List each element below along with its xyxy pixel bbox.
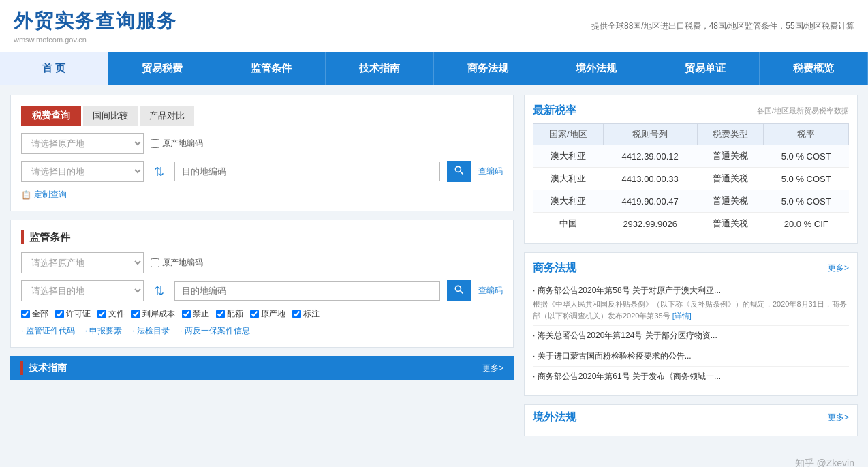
commerce-law-item: · 商务部公告2020年第58号 关于对原产于澳大利亚...根据《中华人民共和国… bbox=[533, 281, 849, 326]
tech-guide-more[interactable]: 更多> bbox=[482, 363, 503, 374]
tax-origin-code-checkbox[interactable] bbox=[151, 139, 159, 148]
divider-icon: ⇅ bbox=[154, 164, 164, 179]
rate-country: 澳大利亚 bbox=[533, 168, 604, 190]
rate-table-row[interactable]: 澳大利亚 4412.39.00.12 普通关税 5.0 % COST bbox=[533, 145, 849, 168]
link-cert-code[interactable]: · 监管证件代码 bbox=[21, 325, 75, 337]
tab-country-compare[interactable]: 国间比较 bbox=[83, 106, 138, 126]
rate-table: 国家/地区 税则号列 税费类型 税率 澳大利亚 4412.39.00.12 普通… bbox=[533, 123, 849, 235]
commerce-law-section: 商务法规 更多> · 商务部公告2020年第58号 关于对原产于澳大利亚...根… bbox=[524, 252, 858, 396]
rate-code: 4413.00.00.33 bbox=[603, 168, 697, 190]
sup-origin-row: 请选择原产地 原产地编码 bbox=[21, 252, 503, 273]
tax-dest-code-input[interactable] bbox=[174, 162, 440, 181]
tax-dest-row: 请选择目的地 ⇅ 查编码 bbox=[21, 161, 503, 182]
news-item-title[interactable]: · 商务部公告2020年第61号 关于发布《商务领域一... bbox=[533, 371, 849, 382]
tab-product-compare[interactable]: 产品对比 bbox=[140, 106, 194, 126]
cb-mark[interactable]: 标注 bbox=[292, 308, 320, 320]
link-anti-dumping[interactable]: · 两反一保案件信息 bbox=[180, 325, 250, 337]
cb-all[interactable]: 全部 bbox=[21, 308, 48, 320]
rate-type: 普通关税 bbox=[697, 190, 764, 213]
header-description: 提供全球88国/地区进出口税费，48国/地区监管条件，55国/地区税费计算 bbox=[591, 20, 854, 32]
tech-guide-section: 技术指南 更多> bbox=[10, 356, 514, 380]
section-title-bar bbox=[21, 230, 24, 244]
left-panel: 税费查询 国间比较 产品对比 请选择原产地 原产地编码 请选择目的地 ⇅ bbox=[10, 95, 514, 466]
news-item-title[interactable]: · 海关总署公告2020年第124号 关于部分医疗物资... bbox=[533, 330, 849, 342]
tax-origin-row: 请选择原产地 原产地编码 bbox=[21, 133, 503, 154]
commerce-law-more[interactable]: 更多> bbox=[828, 262, 849, 274]
rate-value: 5.0 % COST bbox=[764, 168, 849, 190]
news-detail-link[interactable]: [详情] bbox=[672, 312, 692, 320]
news-item-title[interactable]: · 关于进口蒙古国面粉检验检疫要求的公告... bbox=[533, 350, 849, 362]
rate-code: 4412.39.00.12 bbox=[603, 145, 697, 168]
nav-commerce-law[interactable]: 商务法规 bbox=[434, 52, 542, 85]
rate-value: 5.0 % COST bbox=[764, 190, 849, 213]
sup-origin-select[interactable]: 请选择原产地 bbox=[21, 252, 144, 273]
search-icon bbox=[454, 284, 465, 295]
news-item-title[interactable]: · 商务部公告2020年第58号 关于对原产于澳大利亚... bbox=[533, 285, 849, 297]
foreign-law-more[interactable]: 更多> bbox=[828, 412, 849, 423]
cb-landing-cost[interactable]: 到岸成本 bbox=[131, 308, 175, 320]
main-nav: 首 页 贸易税费 监管条件 技术指南 商务法规 境外法规 贸易单证 税费概览 bbox=[0, 52, 868, 85]
svg-point-2 bbox=[455, 286, 461, 291]
rate-type: 普通关税 bbox=[697, 168, 764, 190]
svg-line-1 bbox=[461, 172, 463, 175]
tax-custom-query[interactable]: 📋 定制查询 bbox=[21, 189, 503, 200]
supervision-links: · 监管证件代码 · 申报要素 · 法检目录 · 两反一保案件信息 bbox=[21, 325, 503, 337]
tax-query-code-link[interactable]: 查编码 bbox=[478, 166, 503, 177]
nav-home[interactable]: 首 页 bbox=[0, 52, 108, 85]
commerce-law-item: · 海关总署公告2020年第124号 关于部分医疗物资... bbox=[533, 326, 849, 346]
commerce-law-items: · 商务部公告2020年第58号 关于对原产于澳大利亚...根据《中华人民共和国… bbox=[533, 281, 849, 387]
nav-trade-docs[interactable]: 贸易单证 bbox=[651, 52, 760, 85]
logo: 外贸实务查询服务 wmsw.mofcom.gov.cn bbox=[14, 8, 177, 44]
rate-value: 5.0 % COST bbox=[764, 145, 849, 168]
right-panel: 最新税率 各国/地区最新贸易税率数据 国家/地区 税则号列 税费类型 税率 澳大… bbox=[524, 95, 858, 466]
page-header: 外贸实务查询服务 wmsw.mofcom.gov.cn 提供全球88国/地区进出… bbox=[0, 0, 868, 52]
rate-table-row[interactable]: 澳大利亚 4419.90.00.47 普通关税 5.0 % COST bbox=[533, 190, 849, 213]
nav-supervision[interactable]: 监管条件 bbox=[217, 52, 326, 85]
tab-tax-query[interactable]: 税费查询 bbox=[21, 106, 81, 126]
sup-dest-code-input[interactable] bbox=[174, 281, 440, 301]
supervision-checkboxes: 全部 许可证 文件 到岸成本 禁止 配额 原产地 标注 bbox=[21, 308, 503, 320]
main-content: 税费查询 国间比较 产品对比 请选择原产地 原产地编码 请选择目的地 ⇅ bbox=[0, 85, 868, 467]
site-title: 外贸实务查询服务 bbox=[14, 8, 177, 34]
cb-ban[interactable]: 禁止 bbox=[182, 308, 209, 320]
foreign-law-header: 境外法规 更多> bbox=[533, 410, 849, 425]
tax-query-tabs: 税费查询 国间比较 产品对比 bbox=[21, 106, 503, 126]
sup-dest-select[interactable]: 请选择目的地 bbox=[21, 280, 144, 301]
cb-license[interactable]: 许可证 bbox=[55, 308, 91, 320]
link-legal-inspection[interactable]: · 法检目录 bbox=[132, 325, 170, 337]
tech-title-bar bbox=[20, 361, 23, 375]
rate-header: 最新税率 各国/地区最新贸易税率数据 bbox=[533, 104, 849, 118]
cb-quota[interactable]: 配额 bbox=[216, 308, 243, 320]
nav-foreign-law[interactable]: 境外法规 bbox=[542, 52, 651, 85]
rate-table-row[interactable]: 中国 2932.99.9026 普通关税 20.0 % CIF bbox=[533, 213, 849, 235]
tax-dest-select[interactable]: 请选择目的地 bbox=[21, 161, 144, 182]
news-item-desc: 根据《中华人民共和国反补贴条例》（以下称《反补贴条例》）的规定，2020年8月3… bbox=[533, 299, 849, 321]
rate-title: 最新税率 bbox=[533, 104, 576, 118]
nav-tech-guide[interactable]: 技术指南 bbox=[326, 52, 434, 85]
foreign-law-section: 境外法规 更多> bbox=[524, 404, 858, 436]
tax-query-section: 税费查询 国间比较 产品对比 请选择原产地 原产地编码 请选择目的地 ⇅ bbox=[10, 95, 514, 211]
supervision-title: 监管条件 bbox=[29, 231, 70, 244]
link-declare-elements[interactable]: · 申报要素 bbox=[85, 325, 123, 337]
tech-guide-header: 技术指南 bbox=[20, 361, 67, 375]
rate-country: 澳大利亚 bbox=[533, 145, 604, 168]
cb-origin[interactable]: 原产地 bbox=[250, 308, 285, 320]
nav-trade-tax[interactable]: 贸易税费 bbox=[108, 52, 217, 85]
rate-table-row[interactable]: 澳大利亚 4413.00.00.33 普通关税 5.0 % COST bbox=[533, 168, 849, 190]
sup-origin-code-checkbox[interactable] bbox=[151, 258, 159, 267]
col-country: 国家/地区 bbox=[533, 124, 604, 145]
sup-query-code-link[interactable]: 查编码 bbox=[478, 285, 503, 297]
cb-document[interactable]: 文件 bbox=[97, 308, 125, 320]
commerce-law-title: 商务法规 bbox=[533, 261, 576, 275]
sup-search-button[interactable] bbox=[447, 280, 471, 301]
tax-origin-code-label: 原产地编码 bbox=[151, 138, 203, 149]
supervision-header: 监管条件 bbox=[21, 230, 503, 244]
sup-dest-row: 请选择目的地 ⇅ 查编码 bbox=[21, 280, 503, 301]
tax-origin-select[interactable]: 请选择原产地 bbox=[21, 133, 144, 154]
col-rate: 税率 bbox=[764, 124, 849, 145]
col-type: 税费类型 bbox=[697, 124, 764, 145]
watermark: 知乎 @Zkevin bbox=[795, 457, 854, 467]
nav-tax-overview[interactable]: 税费概览 bbox=[760, 52, 868, 85]
commerce-law-item: · 关于进口蒙古国面粉检验检疫要求的公告... bbox=[533, 346, 849, 367]
tax-search-button[interactable] bbox=[447, 161, 471, 182]
